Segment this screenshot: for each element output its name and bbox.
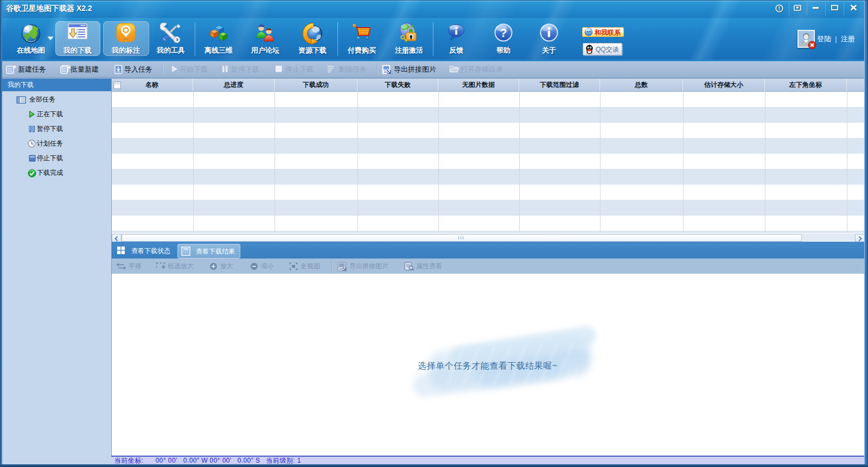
svg-text:?: ? [500, 26, 507, 40]
